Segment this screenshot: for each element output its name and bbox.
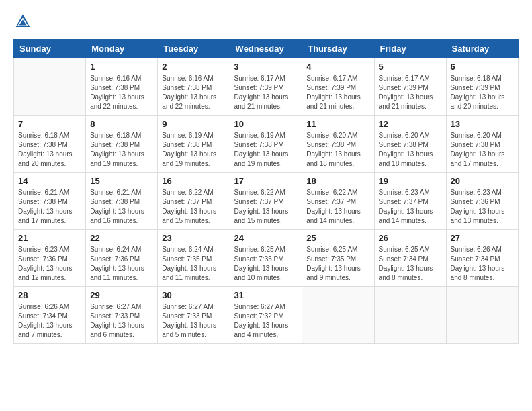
day-info: Sunrise: 6:26 AMSunset: 7:34 PMDaylight:…: [451, 245, 514, 283]
calendar-week-row: 21Sunrise: 6:23 AMSunset: 7:36 PMDayligh…: [14, 230, 519, 287]
calendar-week-row: 28Sunrise: 6:26 AMSunset: 7:34 PMDayligh…: [14, 287, 519, 344]
day-number: 6: [451, 62, 514, 72]
calendar-cell: 11Sunrise: 6:20 AMSunset: 7:38 PMDayligh…: [302, 116, 374, 173]
calendar-cell: [302, 287, 374, 344]
day-number: 29: [90, 290, 153, 300]
calendar-cell: 22Sunrise: 6:24 AMSunset: 7:36 PMDayligh…: [86, 230, 158, 287]
day-info: Sunrise: 6:16 AMSunset: 7:38 PMDaylight:…: [162, 74, 225, 111]
day-number: 5: [379, 62, 442, 72]
calendar-cell: 3Sunrise: 6:17 AMSunset: 7:39 PMDaylight…: [230, 58, 302, 116]
day-info: Sunrise: 6:23 AMSunset: 7:36 PMDaylight:…: [18, 245, 81, 283]
day-info: Sunrise: 6:26 AMSunset: 7:34 PMDaylight:…: [18, 302, 81, 340]
calendar-cell: 17Sunrise: 6:22 AMSunset: 7:37 PMDayligh…: [230, 173, 302, 230]
calendar-cell: 5Sunrise: 6:17 AMSunset: 7:39 PMDaylight…: [374, 58, 446, 116]
day-info: Sunrise: 6:22 AMSunset: 7:37 PMDaylight:…: [162, 188, 225, 226]
calendar-cell: 31Sunrise: 6:27 AMSunset: 7:32 PMDayligh…: [230, 287, 302, 344]
calendar-cell: [446, 287, 518, 344]
day-info: Sunrise: 6:18 AMSunset: 7:38 PMDaylight:…: [18, 131, 81, 169]
calendar-cell: [14, 58, 86, 116]
day-info: Sunrise: 6:27 AMSunset: 7:33 PMDaylight:…: [162, 302, 225, 340]
day-number: 23: [162, 233, 225, 243]
calendar-header-friday: Friday: [374, 40, 446, 58]
day-number: 8: [90, 119, 153, 129]
calendar-cell: 13Sunrise: 6:20 AMSunset: 7:38 PMDayligh…: [446, 116, 518, 173]
calendar-cell: 23Sunrise: 6:24 AMSunset: 7:35 PMDayligh…: [158, 230, 230, 287]
calendar-cell: 1Sunrise: 6:16 AMSunset: 7:38 PMDaylight…: [86, 58, 158, 116]
day-info: Sunrise: 6:20 AMSunset: 7:38 PMDaylight:…: [306, 131, 369, 169]
day-info: Sunrise: 6:17 AMSunset: 7:39 PMDaylight:…: [379, 74, 442, 111]
calendar-cell: 2Sunrise: 6:16 AMSunset: 7:38 PMDaylight…: [158, 58, 230, 116]
day-number: 1: [90, 62, 153, 72]
calendar-cell: 6Sunrise: 6:18 AMSunset: 7:39 PMDaylight…: [446, 58, 518, 116]
calendar-cell: 21Sunrise: 6:23 AMSunset: 7:36 PMDayligh…: [14, 230, 86, 287]
day-info: Sunrise: 6:25 AMSunset: 7:34 PMDaylight:…: [379, 245, 442, 283]
day-info: Sunrise: 6:24 AMSunset: 7:35 PMDaylight:…: [162, 245, 225, 283]
day-number: 12: [379, 119, 442, 129]
calendar-cell: 25Sunrise: 6:25 AMSunset: 7:35 PMDayligh…: [302, 230, 374, 287]
calendar-cell: 15Sunrise: 6:21 AMSunset: 7:38 PMDayligh…: [86, 173, 158, 230]
calendar-week-row: 7Sunrise: 6:18 AMSunset: 7:38 PMDaylight…: [14, 116, 519, 173]
calendar-cell: 14Sunrise: 6:21 AMSunset: 7:38 PMDayligh…: [14, 173, 86, 230]
day-number: 22: [90, 233, 153, 243]
calendar-cell: 29Sunrise: 6:27 AMSunset: 7:33 PMDayligh…: [86, 287, 158, 344]
day-info: Sunrise: 6:20 AMSunset: 7:38 PMDaylight:…: [451, 131, 514, 169]
day-info: Sunrise: 6:24 AMSunset: 7:36 PMDaylight:…: [90, 245, 153, 283]
day-number: 16: [162, 176, 225, 186]
day-number: 21: [18, 233, 81, 243]
calendar-header-row: SundayMondayTuesdayWednesdayThursdayFrid…: [14, 40, 519, 58]
calendar-cell: [374, 287, 446, 344]
day-info: Sunrise: 6:25 AMSunset: 7:35 PMDaylight:…: [306, 245, 369, 283]
day-number: 19: [379, 176, 442, 186]
day-number: 4: [306, 62, 369, 72]
day-info: Sunrise: 6:18 AMSunset: 7:39 PMDaylight:…: [451, 74, 514, 111]
day-info: Sunrise: 6:22 AMSunset: 7:37 PMDaylight:…: [306, 188, 369, 226]
day-number: 9: [162, 119, 225, 129]
day-number: 25: [306, 233, 369, 243]
day-info: Sunrise: 6:16 AMSunset: 7:38 PMDaylight:…: [90, 74, 153, 111]
calendar-table: SundayMondayTuesdayWednesdayThursdayFrid…: [13, 39, 519, 344]
calendar-cell: 19Sunrise: 6:23 AMSunset: 7:37 PMDayligh…: [374, 173, 446, 230]
calendar-header-monday: Monday: [86, 40, 158, 58]
day-number: 24: [234, 233, 298, 243]
calendar-cell: 26Sunrise: 6:25 AMSunset: 7:34 PMDayligh…: [374, 230, 446, 287]
calendar-cell: 8Sunrise: 6:18 AMSunset: 7:38 PMDaylight…: [86, 116, 158, 173]
day-info: Sunrise: 6:20 AMSunset: 7:38 PMDaylight:…: [379, 131, 442, 169]
day-info: Sunrise: 6:18 AMSunset: 7:38 PMDaylight:…: [90, 131, 153, 169]
calendar-cell: 10Sunrise: 6:19 AMSunset: 7:38 PMDayligh…: [230, 116, 302, 173]
calendar-header-saturday: Saturday: [446, 40, 518, 58]
day-number: 7: [18, 119, 81, 129]
day-number: 27: [451, 233, 514, 243]
day-info: Sunrise: 6:23 AMSunset: 7:37 PMDaylight:…: [379, 188, 442, 226]
day-number: 17: [234, 176, 298, 186]
calendar-header-sunday: Sunday: [14, 40, 86, 58]
day-number: 18: [306, 176, 369, 186]
day-number: 13: [451, 119, 514, 129]
day-info: Sunrise: 6:27 AMSunset: 7:32 PMDaylight:…: [234, 302, 298, 340]
logo-icon: [15, 13, 31, 30]
day-number: 2: [162, 62, 225, 72]
calendar-header-tuesday: Tuesday: [158, 40, 230, 58]
calendar-cell: 18Sunrise: 6:22 AMSunset: 7:37 PMDayligh…: [302, 173, 374, 230]
calendar-week-row: 1Sunrise: 6:16 AMSunset: 7:38 PMDaylight…: [14, 58, 519, 116]
day-info: Sunrise: 6:17 AMSunset: 7:39 PMDaylight:…: [234, 74, 298, 111]
calendar-cell: 24Sunrise: 6:25 AMSunset: 7:35 PMDayligh…: [230, 230, 302, 287]
day-info: Sunrise: 6:25 AMSunset: 7:35 PMDaylight:…: [234, 245, 298, 283]
day-info: Sunrise: 6:19 AMSunset: 7:38 PMDaylight:…: [162, 131, 225, 169]
day-info: Sunrise: 6:17 AMSunset: 7:39 PMDaylight:…: [306, 74, 369, 111]
day-number: 11: [306, 119, 369, 129]
day-info: Sunrise: 6:19 AMSunset: 7:38 PMDaylight:…: [234, 131, 298, 169]
calendar-cell: 27Sunrise: 6:26 AMSunset: 7:34 PMDayligh…: [446, 230, 518, 287]
logo: [13, 13, 32, 32]
day-number: 14: [18, 176, 81, 186]
day-info: Sunrise: 6:23 AMSunset: 7:36 PMDaylight:…: [451, 188, 514, 226]
day-number: 10: [234, 119, 298, 129]
day-number: 3: [234, 62, 298, 72]
day-info: Sunrise: 6:27 AMSunset: 7:33 PMDaylight:…: [90, 302, 153, 340]
calendar-cell: 30Sunrise: 6:27 AMSunset: 7:33 PMDayligh…: [158, 287, 230, 344]
calendar-header-thursday: Thursday: [302, 40, 374, 58]
day-info: Sunrise: 6:22 AMSunset: 7:37 PMDaylight:…: [234, 188, 298, 226]
day-info: Sunrise: 6:21 AMSunset: 7:38 PMDaylight:…: [90, 188, 153, 226]
day-number: 15: [90, 176, 153, 186]
day-number: 26: [379, 233, 442, 243]
calendar-week-row: 14Sunrise: 6:21 AMSunset: 7:38 PMDayligh…: [14, 173, 519, 230]
